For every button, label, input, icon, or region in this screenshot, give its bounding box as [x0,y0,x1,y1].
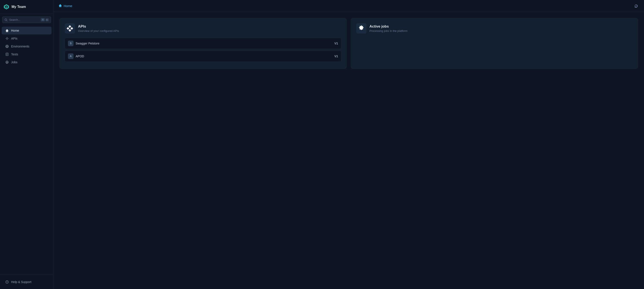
shortcut-key: K [46,18,49,22]
search-shortcut: ⌘ K [41,18,49,22]
sidebar-footer: ? Help & Support [0,275,53,289]
svg-rect-17 [70,27,73,30]
api-avatar-swagger: S [68,40,74,46]
apis-card-header: APIs Overview of your configured APIs [65,23,341,34]
svg-rect-16 [67,27,70,30]
apis-card: APIs Overview of your configured APIs S … [60,18,346,69]
apis-card-text: APIs Overview of your configured APIs [78,24,119,32]
active-jobs-card-text: Active jobs Processing jobs in the platf… [370,24,408,32]
search-bar[interactable]: Search... ⌘ K [2,16,51,23]
sidebar-item-environments-label: Environments [11,45,30,48]
breadcrumb-text: Home [64,4,72,8]
svg-line-4 [6,20,8,21]
sidebar-item-environments[interactable]: Environments [2,42,52,50]
api-list: S Swagger Petstore V1 A APOD V1 [65,38,341,64]
sidebar-item-tests-label: Tests [11,52,18,56]
svg-text:?: ? [6,281,8,283]
api-row-apod-left: A APOD [68,54,84,59]
sidebar-item-tests[interactable]: Tests [2,50,52,58]
api-name-swagger: Swagger Petstore [76,42,99,45]
apis-icon [5,36,9,40]
sidebar-item-jobs-label: Jobs [11,60,18,64]
help-support-item[interactable]: ? Help & Support [4,278,50,286]
home-icon [5,29,9,32]
api-avatar-apod: A [68,54,74,59]
sidebar-item-home-label: Home [11,29,19,32]
active-jobs-card-title: Active jobs [370,24,408,29]
help-support-label: Help & Support [11,280,32,284]
api-version-swagger: V1 [334,42,338,45]
content-area: APIs Overview of your configured APIs S … [54,12,644,289]
sidebar-item-apis-label: APIs [11,37,18,40]
breadcrumb: Home [58,4,72,8]
api-name-apod: APOD [76,54,84,58]
copy-icon-button[interactable] [633,3,639,9]
active-jobs-card-header: Active jobs Processing jobs in the platf… [356,23,633,34]
sidebar-item-home[interactable]: Home [2,27,52,34]
search-icon [4,18,8,22]
svg-rect-15 [68,29,71,32]
copy-icon [634,4,638,8]
sidebar-logo[interactable]: My Team [0,0,53,14]
topbar-actions [633,3,639,9]
api-row-swagger[interactable]: S Swagger Petstore V1 [65,38,341,49]
apis-card-subtitle: Overview of your configured APIs [78,29,119,32]
logo-icon [4,4,10,10]
apis-card-icon-wrapper [65,23,75,34]
search-placeholder: Search... [9,18,39,22]
breadcrumb-home-icon [58,4,62,8]
nav-section: Home APIs Environments [0,26,53,275]
apis-card-icon [66,24,74,32]
topbar: Home [54,0,644,12]
apis-card-title: APIs [78,24,119,29]
environments-icon [5,44,9,48]
sidebar: My Team Search... ⌘ K Home [0,0,54,289]
api-row-apod[interactable]: A APOD V1 [65,51,341,62]
active-jobs-card-icon-wrapper [356,23,366,34]
jobs-icon [5,60,9,64]
sidebar-item-jobs[interactable]: Jobs [2,58,52,66]
sidebar-item-apis[interactable]: APIs [2,35,52,42]
active-jobs-card-icon [358,24,365,32]
team-name: My Team [12,5,26,9]
active-jobs-card-subtitle: Processing jobs in the platform [370,29,408,32]
shortcut-cmd: ⌘ [41,18,45,22]
svg-rect-14 [68,25,71,28]
help-icon: ? [5,280,9,284]
main-content: Home [54,0,644,289]
tests-icon [5,52,9,56]
api-version-apod: V1 [334,54,338,58]
active-jobs-card: Active jobs Processing jobs in the platf… [351,18,638,69]
api-row-swagger-left: S Swagger Petstore [68,40,99,46]
